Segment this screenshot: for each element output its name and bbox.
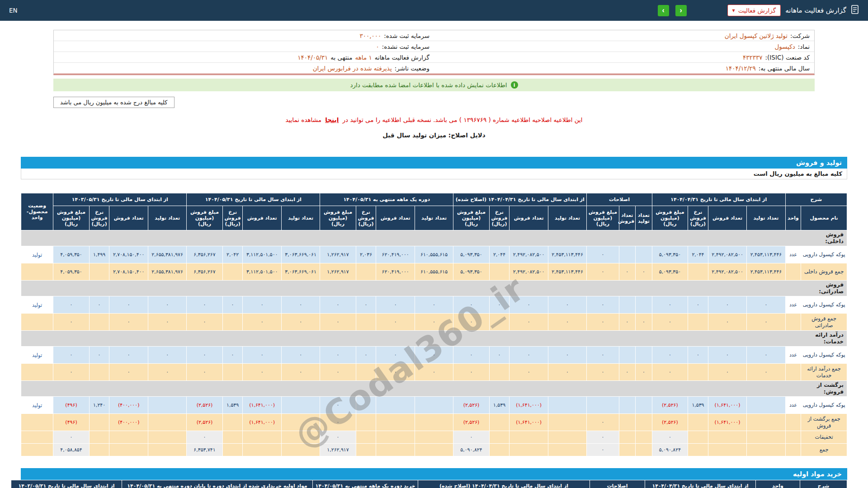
- table-row: پوکه کپسول داروییعدد(۱,۶۴۱,۰۰۰)۱,۵۳۹(۲,۵…: [21, 397, 847, 414]
- purchases-header-cell: از ابتدای سال مالی تا تاریخ ۱۴۰۴/۰۴/۳۱ (…: [418, 480, 590, 488]
- cell-value: ۰: [566, 302, 569, 308]
- cell-value: ۰: [528, 369, 530, 375]
- value-cell: ۰: [320, 296, 356, 314]
- value-cell: ۲,۴۹۲,۰۸۲,۵۰۰: [509, 246, 548, 263]
- language-toggle[interactable]: EN: [9, 7, 18, 14]
- amendment-notice: این اطلاعیه اصلاحیه اطلاعیه شماره ( ۱۳۹۶…: [0, 116, 868, 123]
- company-info-row: کد صنعت (ISIC):۴۳۲۳۳۷گزارش فعالیت ماهانه…: [54, 52, 814, 63]
- info-value: ۰: [376, 43, 379, 50]
- cell-value: ۰: [203, 302, 206, 308]
- value-cell: ۶۲۰,۴۱۹,۰۰۰: [376, 263, 415, 281]
- value-cell: ۰: [652, 314, 688, 331]
- cell-value: ۲,۷۰۸,۱۵۰,۴۰۰: [113, 252, 145, 258]
- value-cell: ۰: [243, 296, 281, 314]
- cell-value: ۰: [601, 252, 604, 258]
- product-header-cell: نام محصول: [801, 206, 847, 230]
- cell-value: ۰: [299, 319, 302, 325]
- value-cell: ۰: [281, 314, 320, 331]
- status-cell: [21, 414, 53, 431]
- section-label: فروش صادراتی:: [810, 282, 846, 295]
- value-cell: ۶۲۰,۴۱۹,۰۰۰: [376, 246, 415, 263]
- cell-value: ۲,۴۹۲,۰۸۲,۵۰۰: [712, 252, 743, 258]
- value-cell: [619, 414, 636, 431]
- cell-value: ۰: [166, 302, 169, 308]
- value-cell: ۰: [453, 364, 489, 381]
- cell-value: ۰: [299, 369, 302, 375]
- cell-value: ۰: [601, 434, 604, 440]
- info-label: سرمایه ثبت شده:: [384, 32, 429, 39]
- info-label: وضعیت ناشر:: [395, 65, 429, 72]
- value-cell: ۰: [747, 347, 785, 364]
- value-cell: ۰: [243, 314, 281, 331]
- value-cell: (۲,۵۲۶): [187, 414, 222, 431]
- product-name-cell: تخفیفات: [801, 431, 847, 444]
- value-cell: ۲,۴۵۳,۱۱۳,۴۴۶: [747, 246, 785, 263]
- cell-value: ۰: [127, 302, 130, 308]
- cell-value: ۲,۴۹۲,۰۸۲,۵۰۰: [513, 252, 545, 258]
- value-cell: ۳,۱۱۲,۵۰۱,۵۰۰: [243, 246, 281, 263]
- purchases-section-bar: خرید مواد اولیه: [21, 468, 847, 480]
- cell-value: ۰: [601, 447, 604, 453]
- value-cell: ۰: [222, 347, 243, 364]
- cell-value: ۱,۲۶۲,۹۱۷: [327, 269, 349, 275]
- value-cell: [509, 431, 548, 444]
- value-cell: ۰: [587, 246, 619, 263]
- section-row: درآمد ارائه خدمات:: [21, 331, 847, 347]
- value-cell: [243, 431, 281, 444]
- value-cell: [356, 397, 376, 414]
- value-cell: [688, 263, 708, 281]
- sub-header-cell: نرخ فروش (ریال): [89, 206, 109, 230]
- value-cell: ۱,۲۴۰: [89, 397, 109, 414]
- report-type-badge[interactable]: گزارش فعالیت ▼: [727, 5, 781, 16]
- value-cell: ۱,۴۹۹: [89, 246, 109, 263]
- value-cell: [587, 397, 619, 414]
- cell-value: ۰: [70, 369, 73, 375]
- value-cell: [636, 414, 652, 431]
- value-cell: [89, 263, 109, 281]
- production-amounts-note: کلیه مبالغ به میلیون ریال است: [21, 169, 847, 179]
- sub-header-cell: تعداد فروش: [708, 206, 746, 230]
- cell-value: ۶,۳۵۳,۷۴۱: [193, 447, 215, 453]
- value-cell: ۵,۰۹۳,۳۵۰: [652, 263, 688, 281]
- status-cell: تولید: [21, 296, 53, 314]
- value-cell: [109, 431, 148, 444]
- value-cell: ۲,۶۵۵,۳۸۱,۹۷۶: [148, 246, 186, 263]
- amendment-link[interactable]: اینجا: [325, 116, 339, 123]
- info-icon: i: [511, 81, 518, 89]
- sub-header-cell: تعداد تولید: [747, 206, 785, 230]
- value-cell: ۵,۰۹۰,۸۲۴: [453, 444, 489, 456]
- value-cell: ۰: [453, 314, 489, 331]
- value-cell: ۴,۰۵۸,۸۵۴: [53, 444, 89, 456]
- production-section-bar: تولید و فروش: [21, 157, 847, 169]
- value-cell: ۰: [636, 364, 652, 381]
- amendment-text-post: مشاهده نمایید: [285, 116, 321, 123]
- value-cell: ۰: [53, 347, 89, 364]
- value-cell: ۰: [281, 296, 320, 314]
- value-cell: ۳,۰۶۳,۶۶۹,۰۶۱: [281, 263, 320, 281]
- cell-value: ۰: [98, 352, 101, 358]
- group-header-cell: از ابتدای سال مالی تا تاریخ ۱۴۰۴/۰۴/۳۱: [652, 193, 785, 206]
- value-cell: ۰: [415, 296, 453, 314]
- value-cell: [548, 414, 586, 431]
- value-cell: [415, 397, 453, 414]
- value-cell: [356, 314, 376, 331]
- cell-value: (۴۹۶): [65, 419, 77, 425]
- cell-value: ۰: [231, 302, 234, 308]
- value-cell: ۰: [320, 414, 356, 431]
- value-cell: ۰: [708, 364, 746, 381]
- value-cell: ۲,۴۵۳,۱۱۳,۴۴۶: [548, 246, 586, 263]
- table-row: پوکه کپسول داروییعدد۰۰۰۰۰۰۰۰۰۰۰۰۰۰۰۰۰۰۰۰…: [21, 296, 847, 314]
- cell-value: ۰: [127, 369, 130, 375]
- value-cell: [489, 431, 509, 444]
- cell-value: ۶۱۰,۵۵۵,۶۱۵: [420, 269, 448, 275]
- value-cell: ۲,۴۹۲,۰۸۲,۵۰۰: [708, 263, 746, 281]
- value-cell: [89, 431, 109, 444]
- value-cell: [222, 364, 243, 381]
- value-cell: ۲,۴۵۳,۱۱۳,۴۴۶: [548, 263, 586, 281]
- previous-announcement-button[interactable]: ‹: [658, 5, 669, 16]
- next-announcement-button[interactable]: ›: [675, 5, 687, 16]
- value-cell: ۰: [320, 347, 356, 364]
- chevron-down-icon: ▼: [732, 9, 735, 13]
- page-title: گزارش فعالیت ماهانه: [785, 6, 846, 14]
- value-cell: ۶,۳۵۳,۷۴۱: [187, 444, 222, 456]
